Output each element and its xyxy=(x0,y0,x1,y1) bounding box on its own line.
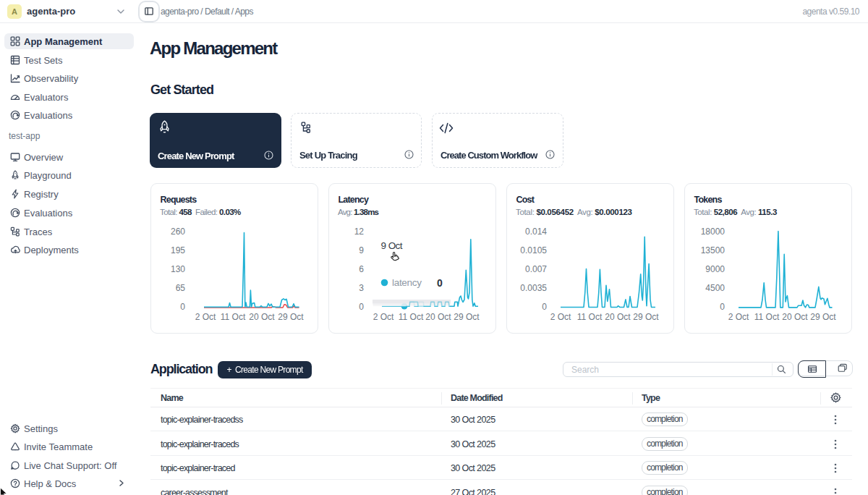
svg-text:12: 12 xyxy=(354,227,365,237)
svg-text:29 Oct: 29 Oct xyxy=(633,312,659,322)
svg-text:latency: latency xyxy=(392,277,422,288)
svg-text:0.0035: 0.0035 xyxy=(520,283,547,293)
svg-text:0: 0 xyxy=(437,277,443,289)
svg-text:0.014: 0.014 xyxy=(525,227,547,237)
svg-text:2 Oct: 2 Oct xyxy=(373,312,394,322)
svg-text:11 Oct: 11 Oct xyxy=(754,312,780,322)
svg-text:29 Oct: 29 Oct xyxy=(454,312,480,322)
svg-text:9 Oct: 9 Oct xyxy=(381,240,403,251)
svg-text:2 Oct: 2 Oct xyxy=(550,312,571,322)
svg-text:2 Oct: 2 Oct xyxy=(195,312,216,322)
svg-text:0: 0 xyxy=(542,302,547,312)
svg-text:0.0105: 0.0105 xyxy=(520,245,547,255)
svg-text:18000: 18000 xyxy=(701,227,726,237)
svg-text:0: 0 xyxy=(359,302,364,312)
svg-text:130: 130 xyxy=(171,264,185,274)
svg-text:9000: 9000 xyxy=(705,264,725,274)
svg-text:11 Oct: 11 Oct xyxy=(221,312,246,322)
svg-text:6: 6 xyxy=(359,264,364,274)
svg-text:195: 195 xyxy=(171,245,185,255)
svg-text:0: 0 xyxy=(180,302,185,312)
svg-text:13500: 13500 xyxy=(701,245,726,255)
svg-text:29 Oct: 29 Oct xyxy=(278,312,304,322)
svg-text:0.007: 0.007 xyxy=(525,264,547,274)
svg-text:29 Oct: 29 Oct xyxy=(810,312,836,322)
svg-text:20 Oct: 20 Oct xyxy=(605,312,631,322)
svg-text:3: 3 xyxy=(359,283,364,293)
svg-text:20 Oct: 20 Oct xyxy=(782,312,808,322)
svg-text:11 Oct: 11 Oct xyxy=(399,312,424,322)
svg-text:65: 65 xyxy=(176,283,186,293)
svg-text:11 Oct: 11 Oct xyxy=(577,312,603,322)
svg-text:260: 260 xyxy=(171,227,185,237)
svg-text:9: 9 xyxy=(359,245,364,255)
svg-text:20 Oct: 20 Oct xyxy=(425,312,451,322)
svg-text:4500: 4500 xyxy=(705,283,725,293)
svg-text:2 Oct: 2 Oct xyxy=(728,312,749,322)
svg-text:0: 0 xyxy=(720,302,725,312)
svg-text:20 Oct: 20 Oct xyxy=(249,312,275,322)
